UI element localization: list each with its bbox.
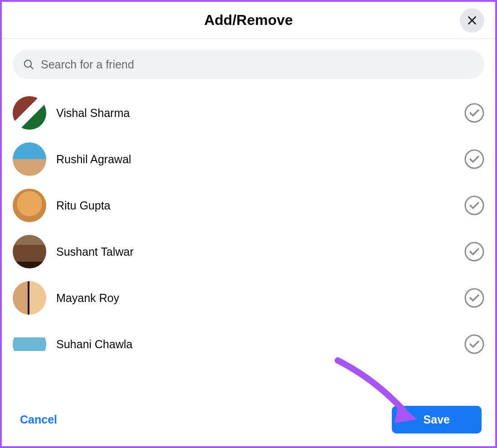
check-circle-icon[interactable]: [464, 195, 484, 215]
friend-name: Rushil Agrawal: [56, 153, 464, 166]
friend-name: Suhani Chawla: [56, 338, 464, 351]
friend-name: Mayank Roy: [56, 292, 464, 305]
dialog-title: Add/Remove: [204, 12, 293, 29]
friend-row[interactable]: Sushant Talwar: [13, 229, 484, 275]
friend-name: Vishal Sharma: [56, 107, 464, 120]
friend-list: Vishal SharmaRushil AgrawalRitu GuptaSus…: [2, 82, 495, 397]
dialog-header: Add/Remove: [2, 2, 495, 39]
friend-row[interactable]: Vishal Sharma: [13, 90, 484, 136]
avatar: [13, 189, 46, 222]
svg-point-9: [465, 335, 483, 353]
dialog-footer: Cancel Save: [2, 397, 495, 446]
close-icon: [466, 15, 478, 26]
check-circle-icon[interactable]: [464, 242, 484, 262]
svg-point-6: [465, 196, 483, 214]
svg-point-4: [465, 104, 483, 122]
svg-line-3: [30, 66, 33, 69]
svg-point-7: [465, 243, 483, 261]
friend-name: Sushant Talwar: [56, 245, 464, 258]
save-button[interactable]: Save: [392, 406, 482, 433]
avatar: [13, 96, 46, 130]
friend-row[interactable]: Ritu Gupta: [13, 182, 484, 229]
avatar: [13, 142, 46, 176]
check-circle-icon[interactable]: [464, 103, 484, 123]
search-field-wrapper[interactable]: [13, 50, 484, 79]
cancel-button[interactable]: Cancel: [20, 413, 57, 426]
svg-point-5: [465, 150, 483, 168]
friend-row[interactable]: Suhani Chawla: [13, 321, 484, 367]
search-input[interactable]: [41, 58, 474, 71]
close-button[interactable]: [460, 8, 484, 33]
friend-row[interactable]: Rushil Agrawal: [13, 136, 484, 182]
friend-row[interactable]: Mayank Roy: [13, 275, 484, 321]
avatar: [13, 281, 46, 315]
svg-point-8: [465, 289, 483, 307]
avatar: [13, 327, 46, 361]
avatar: [13, 235, 46, 268]
check-circle-icon[interactable]: [464, 149, 484, 169]
check-circle-icon[interactable]: [464, 288, 484, 308]
friend-name: Ritu Gupta: [56, 199, 464, 212]
search-icon: [23, 58, 34, 70]
search-container: [2, 39, 495, 82]
check-circle-icon[interactable]: [464, 334, 484, 354]
